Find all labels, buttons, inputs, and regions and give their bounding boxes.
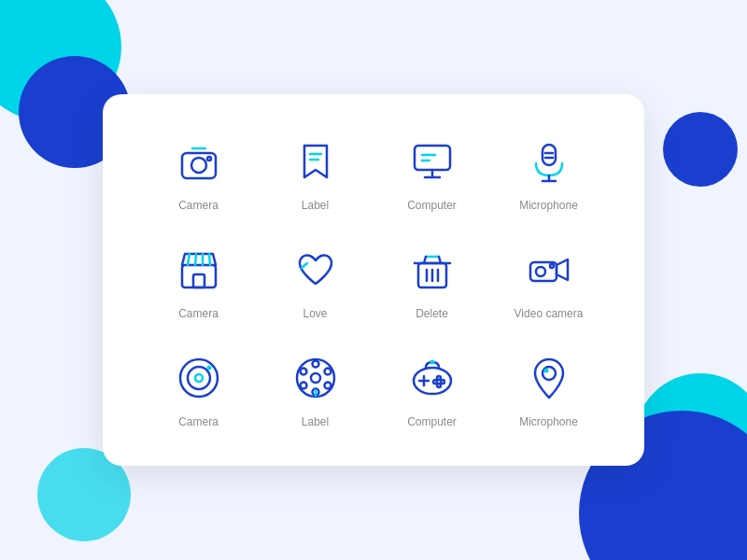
svg-point-42	[324, 383, 331, 389]
svg-point-34	[180, 359, 218, 397]
icon-grid: Camera Label	[149, 132, 598, 428]
svg-point-41	[324, 369, 331, 375]
record-label: Camera	[178, 415, 218, 428]
list-item: Microphone	[500, 132, 598, 212]
list-item: Camera	[149, 348, 247, 428]
svg-point-52	[437, 384, 441, 387]
film-reel-label: Label	[302, 415, 329, 428]
svg-point-40	[312, 361, 318, 368]
icon-showcase-card: Camera Label	[103, 94, 644, 466]
svg-rect-11	[543, 145, 556, 165]
list-item: Label	[266, 348, 364, 428]
location-label: Microphone	[519, 415, 578, 428]
list-item: Love	[266, 240, 364, 320]
svg-point-51	[441, 380, 444, 384]
list-item: Camera	[149, 240, 247, 320]
svg-rect-16	[182, 265, 216, 287]
svg-rect-6	[415, 146, 450, 170]
camera-label: Camera	[178, 199, 218, 212]
svg-point-50	[437, 376, 441, 380]
svg-point-53	[433, 380, 437, 384]
svg-line-18	[195, 254, 196, 265]
video-camera-label: Video camera	[514, 307, 584, 320]
list-item: Label	[266, 132, 364, 212]
svg-point-55	[543, 367, 556, 380]
computer-label: Computer	[407, 199, 457, 212]
svg-point-44	[300, 383, 306, 389]
delete-label: Delete	[416, 307, 448, 320]
microphone-label: Microphone	[519, 199, 578, 212]
svg-point-56	[543, 369, 548, 373]
svg-line-17	[188, 254, 190, 265]
list-item: Computer	[383, 132, 481, 212]
film-reel-icon[interactable]	[286, 348, 345, 408]
svg-point-39	[311, 373, 320, 383]
list-item: Microphone	[500, 348, 598, 428]
svg-line-22	[302, 263, 307, 268]
svg-point-35	[188, 367, 210, 389]
love-label: Love	[303, 307, 327, 320]
camera-icon[interactable]	[169, 132, 229, 191]
store-icon[interactable]	[169, 240, 229, 300]
video-camera-icon[interactable]	[519, 240, 579, 300]
microphone-icon[interactable]	[519, 132, 579, 191]
svg-point-33	[550, 264, 554, 268]
record-icon[interactable]	[169, 348, 229, 408]
store-label: Camera	[178, 307, 218, 320]
list-item: Video camera	[500, 240, 598, 320]
label-label: Label	[302, 199, 329, 212]
list-item: Delete	[383, 240, 481, 320]
delete-icon[interactable]	[402, 240, 462, 300]
location-icon[interactable]	[519, 348, 579, 408]
computer-icon[interactable]	[402, 132, 462, 191]
svg-point-3	[207, 157, 211, 161]
gamepad-label: Computer	[407, 415, 457, 428]
gamepad-icon[interactable]	[402, 348, 462, 408]
love-icon[interactable]	[286, 240, 345, 300]
svg-point-54	[430, 360, 434, 365]
svg-rect-21	[193, 274, 204, 287]
svg-point-32	[536, 267, 545, 276]
list-item: Camera	[149, 132, 247, 212]
svg-point-1	[191, 158, 206, 173]
svg-point-36	[195, 374, 203, 382]
svg-point-45	[300, 369, 306, 375]
label-icon[interactable]	[286, 132, 345, 191]
svg-point-37	[206, 366, 211, 371]
bg-decoration-blue-rm	[663, 112, 738, 187]
svg-line-20	[209, 254, 210, 265]
list-item: Computer	[383, 348, 481, 428]
